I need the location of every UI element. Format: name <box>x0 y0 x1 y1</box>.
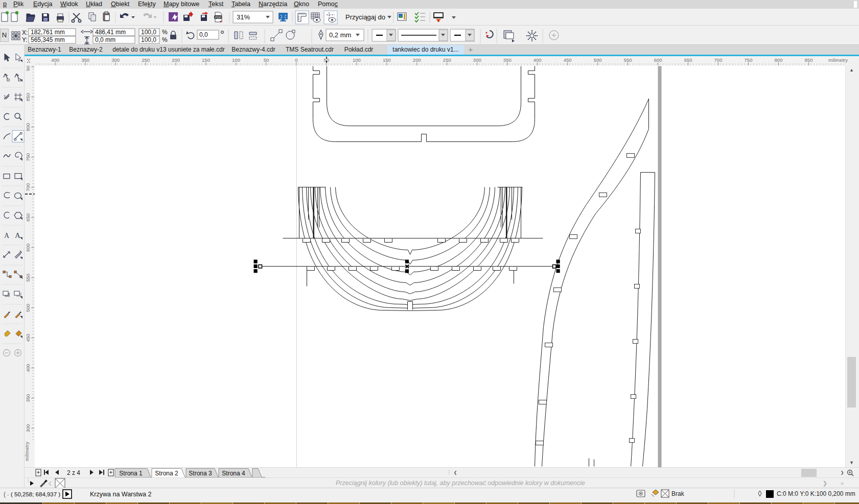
svg-text:182,761 mm: 182,761 mm <box>31 29 65 36</box>
svg-text:150: 150 <box>202 57 210 63</box>
svg-text:350: 350 <box>81 57 89 63</box>
svg-text:500: 500 <box>594 57 602 63</box>
svg-text:486,41 mm: 486,41 mm <box>95 29 126 36</box>
svg-text:900: 900 <box>25 66 31 71</box>
svg-text:400: 400 <box>25 364 31 372</box>
svg-text:A: A <box>15 231 20 239</box>
svg-text:milimetry: milimetry <box>828 57 848 63</box>
svg-text:Strona 3: Strona 3 <box>189 470 212 477</box>
svg-text:500: 500 <box>25 304 31 312</box>
svg-text:565,345 mm: 565,345 mm <box>31 36 65 43</box>
svg-text:150: 150 <box>383 57 391 63</box>
svg-text:400: 400 <box>533 57 542 63</box>
svg-text:PDF: PDF <box>215 16 221 19</box>
svg-text:300: 300 <box>25 424 31 433</box>
svg-text:Brak: Brak <box>671 490 685 497</box>
svg-text:X:: X: <box>22 29 28 36</box>
svg-text:700: 700 <box>714 57 723 63</box>
svg-text:850: 850 <box>805 57 813 63</box>
svg-text:0,2 mm: 0,2 mm <box>329 31 351 39</box>
svg-text:0,0: 0,0 <box>199 31 208 38</box>
svg-text:450: 450 <box>564 57 572 63</box>
svg-text:800: 800 <box>25 123 31 131</box>
svg-text:350: 350 <box>503 57 512 63</box>
svg-text:800: 800 <box>775 57 783 63</box>
svg-text:600: 600 <box>654 57 662 63</box>
svg-text:milimetry: milimetry <box>25 442 30 461</box>
svg-text:50: 50 <box>264 57 269 63</box>
svg-text:650: 650 <box>684 57 692 63</box>
svg-text:Strona 2: Strona 2 <box>155 470 178 477</box>
svg-text:Strona 1: Strona 1 <box>119 470 143 477</box>
svg-text:750: 750 <box>25 153 31 161</box>
svg-text:Przyciągaj do: Przyciągaj do <box>345 13 385 21</box>
svg-text:600: 600 <box>25 244 31 252</box>
svg-text:250: 250 <box>142 57 150 63</box>
svg-text:Y:: Y: <box>22 36 28 43</box>
svg-text:1: 1 <box>4 94 6 99</box>
svg-text:550: 550 <box>25 274 31 282</box>
svg-text:750: 750 <box>745 57 753 63</box>
svg-text:100: 100 <box>353 57 361 63</box>
svg-text:850: 850 <box>25 93 31 101</box>
svg-text:200: 200 <box>413 57 421 63</box>
svg-text:250: 250 <box>443 57 451 63</box>
svg-text:100,0: 100,0 <box>141 29 156 36</box>
svg-text:450: 450 <box>25 334 31 342</box>
svg-text:%: % <box>162 29 168 36</box>
svg-text:300: 300 <box>111 57 120 63</box>
svg-text:31%: 31% <box>237 13 250 21</box>
svg-text:200: 200 <box>172 57 180 63</box>
svg-text:0,0 mm: 0,0 mm <box>95 36 115 43</box>
svg-text:400: 400 <box>51 57 59 63</box>
svg-text:550: 550 <box>624 57 632 63</box>
svg-text:100,0: 100,0 <box>141 36 156 43</box>
svg-text:350: 350 <box>25 394 31 402</box>
svg-text:650: 650 <box>25 213 31 222</box>
svg-text:A: A <box>4 232 10 239</box>
svg-text:100: 100 <box>232 57 240 63</box>
svg-text:0: 0 <box>295 57 297 63</box>
svg-text:700: 700 <box>25 183 31 191</box>
svg-text:%: % <box>162 36 168 43</box>
svg-text:Strona 4: Strona 4 <box>222 470 245 477</box>
svg-text:C:0 M:0 Y:0 K:100 0,200 mm: C:0 M:0 Y:0 K:100 0,200 mm <box>777 490 855 497</box>
svg-text:300: 300 <box>473 57 481 63</box>
